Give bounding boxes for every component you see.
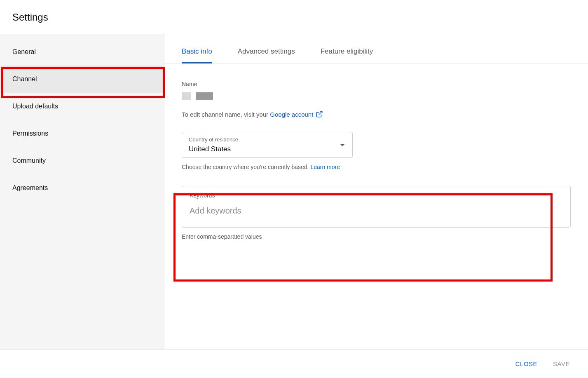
link-text: Google account — [270, 111, 313, 118]
svg-line-0 — [319, 111, 322, 115]
settings-header: Settings — [0, 0, 588, 34]
settings-sidebar: General Channel Upload defaults Permissi… — [0, 34, 164, 349]
tab-label: Advanced settings — [238, 47, 295, 55]
country-value: United States — [189, 145, 346, 153]
external-link-icon — [316, 110, 323, 118]
redacted-text — [182, 92, 191, 100]
sidebar-item-label: Community — [12, 157, 46, 164]
page-title: Settings — [12, 12, 576, 23]
dialog-footer: CLOSE SAVE — [0, 349, 588, 378]
main-panel: Basic info Advanced settings Feature eli… — [164, 34, 588, 349]
sidebar-item-channel[interactable]: Channel — [0, 66, 164, 93]
close-button[interactable]: CLOSE — [514, 357, 539, 371]
tab-feature-eligibility[interactable]: Feature eligibility — [321, 47, 373, 63]
sidebar-item-label: Channel — [12, 75, 37, 82]
country-learn-more-link[interactable]: Learn more — [310, 164, 340, 170]
chevron-down-icon — [340, 144, 345, 146]
google-account-link[interactable]: Google account — [270, 110, 323, 118]
edit-name-instruction: To edit channel name, visit your Google … — [182, 110, 571, 118]
keywords-input[interactable] — [190, 206, 563, 216]
redacted-text — [196, 92, 213, 100]
country-select[interactable]: Country of residence United States — [182, 132, 353, 158]
sidebar-item-permissions[interactable]: Permissions — [0, 120, 164, 147]
tab-advanced-settings[interactable]: Advanced settings — [238, 47, 295, 63]
keywords-helper: Enter comma-separated values — [182, 233, 571, 240]
country-helper-text: Choose the country where you're currentl… — [182, 164, 310, 170]
sidebar-item-label: General — [12, 48, 36, 55]
channel-name-value — [182, 92, 571, 100]
sidebar-item-upload-defaults[interactable]: Upload defaults — [0, 93, 164, 120]
keywords-label: Keywords — [190, 192, 563, 199]
basic-info-panel: Name To edit channel name, visit your Go… — [164, 63, 588, 240]
save-button[interactable]: SAVE — [551, 357, 572, 371]
tabs-row: Basic info Advanced settings Feature eli… — [164, 34, 588, 63]
keywords-field[interactable]: Keywords — [182, 186, 571, 228]
tab-label: Feature eligibility — [321, 47, 373, 55]
country-helper: Choose the country where you're currentl… — [182, 164, 571, 170]
sidebar-item-community[interactable]: Community — [0, 147, 164, 174]
sidebar-item-label: Agreements — [12, 184, 48, 191]
name-label: Name — [182, 81, 571, 87]
tab-label: Basic info — [182, 47, 212, 55]
sidebar-item-label: Upload defaults — [12, 103, 58, 110]
country-label: Country of residence — [189, 136, 346, 143]
edit-name-prefix: To edit channel name, visit your — [182, 111, 270, 118]
sidebar-item-agreements[interactable]: Agreements — [0, 174, 164, 202]
tab-basic-info[interactable]: Basic info — [182, 47, 212, 63]
sidebar-item-general[interactable]: General — [0, 38, 164, 66]
sidebar-item-label: Permissions — [12, 130, 48, 137]
